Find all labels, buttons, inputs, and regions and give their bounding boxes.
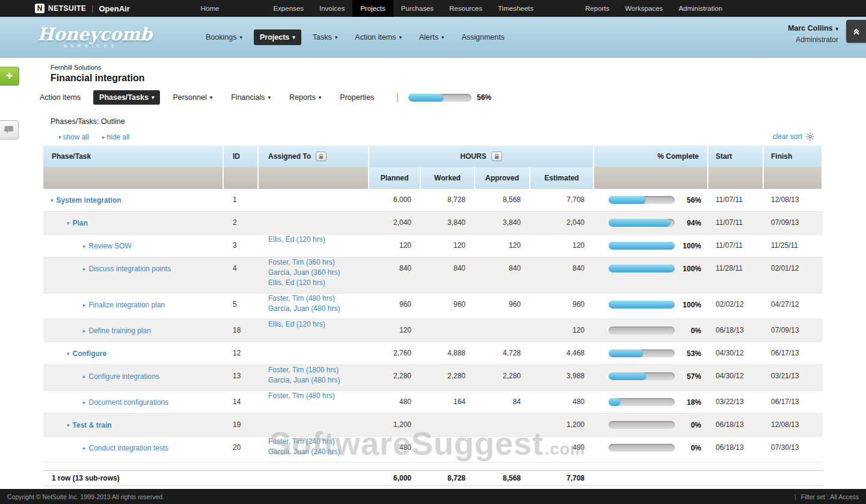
task-link[interactable]: Document configurations [89, 398, 169, 407]
expand-arrow-icon[interactable]: ▸ [83, 399, 86, 405]
assignee-link[interactable]: Ellis, Ed (120 hrs) [268, 319, 366, 330]
col-header-planned[interactable]: Planned [369, 167, 421, 189]
tab-reports[interactable]: Reports▾ [283, 90, 327, 105]
lock-column-button[interactable] [316, 152, 327, 161]
task-cell-finish: 11/25/11 [764, 235, 823, 257]
task-cell-estimated: 1,200 [530, 414, 594, 436]
expand-arrow-icon[interactable]: ▸ [83, 328, 86, 334]
task-cell-id: 20 [224, 437, 259, 462]
col-header-phase-task[interactable]: Phase/Task [43, 146, 224, 167]
topnav-item-administration[interactable]: Administration [671, 0, 730, 17]
subnav-item-assignments[interactable]: Assignments [455, 29, 511, 45]
summary-spacer [764, 471, 823, 485]
task-link[interactable]: Configure [73, 349, 107, 358]
collapse-arrow-icon[interactable]: ▾ [67, 351, 70, 357]
task-cell-id: 1 [224, 189, 259, 211]
expand-arrow-icon[interactable]: ▸ [83, 302, 86, 308]
tab-personnel[interactable]: Personnel▾ [167, 90, 218, 105]
expand-arrow-icon[interactable]: ▸ [83, 445, 86, 451]
assignee-link[interactable]: Garcia, Juan (240 hrs) [268, 447, 366, 457]
assignee-link[interactable]: Foster, Tim (360 hrs) [268, 257, 366, 268]
settings-button[interactable] [806, 132, 814, 141]
collapse-arrow-icon[interactable]: ▾ [67, 220, 70, 226]
task-link[interactable]: Review SOW [89, 242, 132, 250]
topnav-item-timesheets[interactable]: Timesheets [490, 0, 541, 17]
breadcrumb[interactable]: Fernhill Solutions [51, 64, 866, 71]
clear-sort-link[interactable]: clear sort [773, 132, 802, 141]
task-link[interactable]: Configure integrations [89, 372, 159, 381]
subnav-item-alerts[interactable]: Alerts▾ [413, 29, 450, 45]
tab-properties[interactable]: Properties [334, 90, 380, 105]
subnav-item-tasks[interactable]: Tasks▾ [307, 29, 343, 45]
col-header-approved[interactable]: Approved [475, 167, 530, 189]
assignee-link[interactable]: Garcia, Juan (480 hrs) [268, 375, 366, 386]
progress-bar [609, 421, 675, 429]
col-header-label: Phase/Task [52, 152, 91, 161]
show-all-link[interactable]: ▾show all [58, 133, 89, 141]
tab-action-items[interactable]: Action items [34, 90, 87, 105]
topnav-item-purchases[interactable]: Purchases [393, 0, 441, 17]
honeycomb-logo[interactable]: Honeycomb SERVICES [37, 25, 129, 49]
task-cell-phase: ▸Configure integrations [43, 365, 224, 390]
topnav-item-workspaces[interactable]: Workspaces [617, 0, 671, 17]
assignee-link[interactable]: Garcia, Juan (360 hrs) [268, 268, 366, 278]
topnav-item-projects[interactable]: Projects [352, 0, 393, 17]
topnav-item-expenses[interactable]: Expenses [265, 0, 312, 17]
assignee-link[interactable]: Ellis, Ed (120 hrs) [268, 235, 366, 245]
topnav-item-home[interactable]: Home [193, 0, 227, 17]
chevron-down-icon: ▾ [210, 94, 213, 100]
add-button[interactable]: + [0, 67, 19, 85]
assignee-link[interactable]: Foster, Tim (480 hrs) [268, 391, 366, 401]
tab-phases-tasks[interactable]: Phases/Tasks▾ [93, 90, 160, 105]
tab-financials[interactable]: Financials▾ [225, 90, 277, 105]
assignee-link[interactable]: Foster, Tim (1800 hrs) [268, 365, 366, 375]
expand-arrow-icon[interactable]: ▸ [83, 266, 86, 272]
expand-arrow-icon[interactable]: ▸ [83, 243, 86, 249]
subnav-item-projects[interactable]: Projects▾ [254, 29, 301, 45]
task-link[interactable]: Test & train [73, 421, 112, 429]
task-link[interactable]: Plan [73, 219, 88, 227]
task-link[interactable]: Define training plan [89, 327, 151, 335]
assignee-link[interactable]: Foster, Tim (240 hrs) [268, 437, 366, 447]
assignee-link[interactable]: Foster, Tim (480 hrs) [268, 293, 366, 304]
subnav-item-label: Bookings [206, 33, 236, 41]
progress-bar [609, 301, 675, 309]
task-link[interactable]: Discuss integration points [89, 265, 171, 273]
task-cell-id: 13 [224, 365, 259, 390]
assignee-link[interactable]: Garcia, Juan (480 hrs) [268, 304, 366, 314]
collapse-header-button[interactable] [846, 20, 866, 43]
topnav-item-invoices[interactable]: Invoices [312, 0, 352, 17]
col-header-worked[interactable]: Worked [421, 167, 475, 189]
filter-set[interactable]: | Filter set : All Access [794, 493, 859, 500]
col-header-id[interactable]: ID [224, 146, 259, 167]
hide-all-link[interactable]: ▸hide all [102, 133, 130, 141]
topnav-item-reports[interactable]: Reports [577, 0, 617, 17]
task-link[interactable]: Finalize integration plan [89, 301, 165, 309]
subheader-spacer [594, 167, 708, 189]
user-menu[interactable]: Marc Collins▾ [788, 24, 838, 32]
topnav-item-resources[interactable]: Resources [441, 0, 490, 17]
task-link[interactable]: System integration [57, 196, 121, 204]
expand-arrow-icon[interactable]: ▸ [83, 373, 86, 380]
page-header: Fernhill Solutions Financial integration [51, 64, 866, 84]
collapse-arrow-icon[interactable]: ▾ [51, 197, 54, 203]
col-header-finish[interactable]: Finish [764, 146, 823, 167]
assignee-link[interactable]: Ellis, Ed (120 hrs) [268, 278, 366, 288]
chevron-down-icon: ▾ [399, 34, 402, 40]
col-header-hours[interactable]: HOURS [369, 146, 594, 167]
lock-icon [318, 153, 324, 159]
lock-column-button[interactable] [491, 152, 502, 161]
col-header-percent-complete[interactable]: % Complete [594, 146, 708, 167]
task-cell-estimated: 4,468 [530, 342, 594, 364]
subnav-item-bookings[interactable]: Bookings▾ [200, 29, 248, 45]
collapse-arrow-icon[interactable]: ▾ [67, 422, 70, 428]
task-cell-finish: 04/27/12 [764, 293, 823, 319]
netsuite-openair-brand[interactable]: N NETSUITE | OpenAir [35, 0, 130, 17]
comments-button[interactable] [0, 120, 19, 140]
task-link[interactable]: Conduct integration tests [89, 444, 169, 452]
col-header-start[interactable]: Start [708, 146, 764, 167]
col-header-assigned-to[interactable]: Assigned To [259, 146, 369, 167]
subnav-item-action-items[interactable]: Action items▾ [349, 29, 408, 45]
company-bar: Honeycomb SERVICES Bookings▾Projects▾Tas… [0, 17, 866, 58]
col-header-estimated[interactable]: Estimated [530, 167, 594, 189]
